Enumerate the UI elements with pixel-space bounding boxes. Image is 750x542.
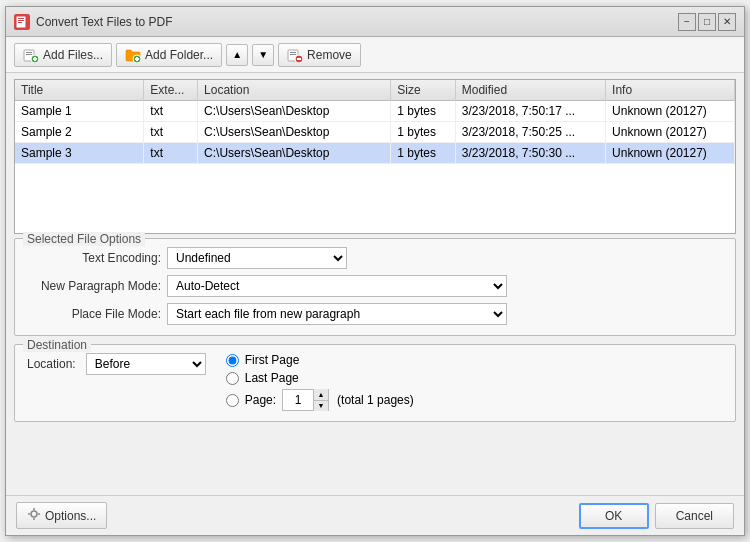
page-spinner: ▲ ▼ [282,389,329,411]
remove-button[interactable]: Remove [278,43,361,67]
destination-left: Location: Before [27,353,206,375]
options-label: Options... [45,509,96,523]
col-modified[interactable]: Modified [455,80,605,101]
remove-icon [287,47,303,63]
add-files-icon [23,47,39,63]
window-controls: − □ ✕ [678,13,736,31]
table-cell: 1 bytes [391,122,455,143]
place-file-select[interactable]: Start each file from new paragraph [167,303,507,325]
destination-label: Destination [23,338,91,352]
table-row[interactable]: Sample 2txtC:\Users\Sean\Desktop1 bytes3… [15,122,735,143]
new-paragraph-select[interactable]: Auto-Detect [167,275,507,297]
table-cell: txt [144,143,198,164]
page-radio[interactable] [226,394,239,407]
table-cell: Sample 2 [15,122,144,143]
table-cell: txt [144,122,198,143]
page-label: Page: [245,393,276,407]
footer: Options... OK Cancel [6,495,744,535]
title-bar-left: Convert Text Files to PDF [14,14,173,30]
maximize-button[interactable]: □ [698,13,716,31]
place-file-label: Place File Mode: [27,307,167,321]
total-pages-text: (total 1 pages) [337,393,414,407]
page-row: Page: ▲ ▼ (total 1 pages) [226,389,414,411]
destination-content: Location: Before First Page Last Page [27,353,723,411]
first-page-label: First Page [245,353,300,367]
table-cell: txt [144,101,198,122]
table-cell: Sample 3 [15,143,144,164]
table-row[interactable]: Sample 1txtC:\Users\Sean\Desktop1 bytes3… [15,101,735,122]
table-cell: C:\Users\Sean\Desktop [198,122,391,143]
svg-rect-14 [290,52,296,53]
svg-point-18 [31,511,37,517]
spinner-down-button[interactable]: ▼ [314,400,328,412]
page-input[interactable] [283,391,313,409]
table-cell: 1 bytes [391,143,455,164]
toolbar: Add Files... Add Folder... ▲ ▼ [6,37,744,73]
spinner-up-button[interactable]: ▲ [314,389,328,400]
add-folder-label: Add Folder... [145,48,213,62]
table-cell: Unknown (20127) [606,122,735,143]
col-location[interactable]: Location [198,80,391,101]
location-label: Location: [27,357,82,371]
svg-rect-15 [290,54,296,55]
table-cell: C:\Users\Sean\Desktop [198,143,391,164]
move-down-button[interactable]: ▼ [252,44,274,66]
table-cell: Sample 1 [15,101,144,122]
footer-right: OK Cancel [579,503,734,529]
table-cell: 1 bytes [391,101,455,122]
last-page-radio[interactable] [226,372,239,385]
selected-file-options-section: Selected File Options Text Encoding: Und… [14,238,736,336]
destination-right: First Page Last Page Page: [226,353,414,411]
table-cell: C:\Users\Sean\Desktop [198,101,391,122]
app-icon [14,14,30,30]
col-ext[interactable]: Exte... [144,80,198,101]
table-header-row: Title Exte... Location Size Modified Inf… [15,80,735,101]
table-cell: 3/23/2018, 7:50:17 ... [455,101,605,122]
table-cell: 3/23/2018, 7:50:25 ... [455,122,605,143]
options-icon [27,507,41,524]
cancel-button[interactable]: Cancel [655,503,734,529]
spinner-buttons: ▲ ▼ [313,389,328,411]
first-page-radio[interactable] [226,354,239,367]
svg-rect-6 [26,54,32,55]
svg-rect-1 [18,18,24,19]
new-paragraph-label: New Paragraph Mode: [27,279,167,293]
last-page-row: Last Page [226,371,414,385]
col-size[interactable]: Size [391,80,455,101]
move-up-button[interactable]: ▲ [226,44,248,66]
location-select[interactable]: Before [86,353,206,375]
remove-label: Remove [307,48,352,62]
text-encoding-row: Text Encoding: Undefined [27,247,723,269]
options-button[interactable]: Options... [16,502,107,529]
svg-rect-3 [18,22,22,23]
last-page-label: Last Page [245,371,299,385]
selected-file-options-label: Selected File Options [23,232,145,246]
svg-rect-12 [135,58,139,60]
first-page-row: First Page [226,353,414,367]
content-area: Selected File Options Text Encoding: Und… [6,238,744,495]
close-button[interactable]: ✕ [718,13,736,31]
main-window: Convert Text Files to PDF − □ ✕ Add File… [5,6,745,536]
svg-rect-5 [26,52,32,53]
ok-button[interactable]: OK [579,503,649,529]
svg-rect-17 [297,58,301,60]
destination-section: Destination Location: Before First Page [14,344,736,422]
col-info[interactable]: Info [606,80,735,101]
title-bar: Convert Text Files to PDF − □ ✕ [6,7,744,37]
table-row[interactable]: Sample 3txtC:\Users\Sean\Desktop1 bytes3… [15,143,735,164]
file-table: Title Exte... Location Size Modified Inf… [15,80,735,164]
add-folder-button[interactable]: Add Folder... [116,43,222,67]
text-encoding-label: Text Encoding: [27,251,167,265]
table-cell: Unknown (20127) [606,143,735,164]
new-paragraph-row: New Paragraph Mode: Auto-Detect [27,275,723,297]
text-encoding-select[interactable]: Undefined [167,247,347,269]
svg-rect-2 [18,20,24,21]
add-files-button[interactable]: Add Files... [14,43,112,67]
col-title[interactable]: Title [15,80,144,101]
minimize-button[interactable]: − [678,13,696,31]
table-cell: 3/23/2018, 7:50:30 ... [455,143,605,164]
svg-rect-9 [33,58,37,60]
file-table-container: Title Exte... Location Size Modified Inf… [14,79,736,234]
table-cell: Unknown (20127) [606,101,735,122]
window-title: Convert Text Files to PDF [36,15,173,29]
